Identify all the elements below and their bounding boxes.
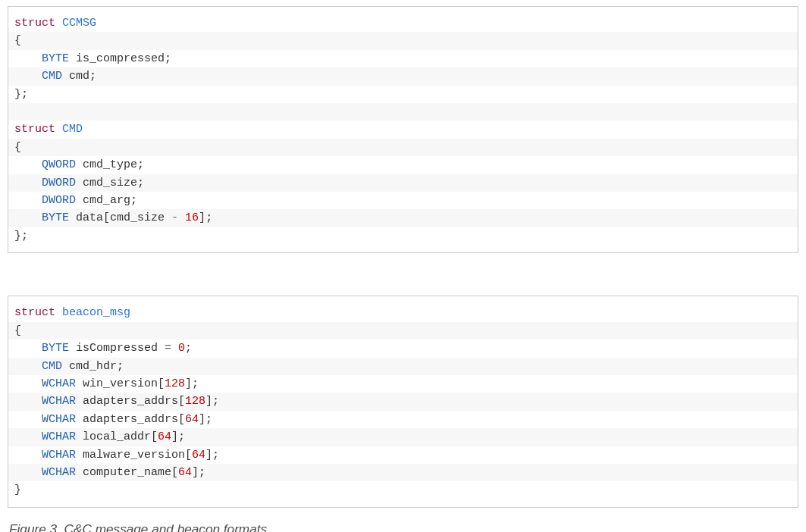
code-token-punct: ; [212, 395, 219, 408]
code-token-name: cmd_type [76, 158, 137, 171]
code-token-kw: struct [14, 17, 55, 30]
code-token-name: is_compressed [69, 52, 165, 65]
code-token-punct: ; [205, 413, 212, 426]
code-token-name: cmd_size [110, 211, 171, 224]
code-token-punct: ] [199, 413, 205, 426]
code-token-punct: ; [199, 466, 205, 479]
code-token-punct: ; [185, 342, 192, 355]
code-line: WCHAR adapters_addrs[128]; [8, 393, 798, 410]
code-line: struct CMD [8, 120, 798, 138]
code-token-type: WCHAR [42, 395, 76, 408]
code-line: BYTE is_compressed; [8, 50, 798, 67]
code-line [8, 103, 798, 120]
code-token-ident: beacon_msg [62, 306, 130, 319]
code-line: QWORD cmd_type; [8, 156, 798, 174]
code-token-name [55, 123, 62, 136]
code-line: WCHAR win_version[128]; [8, 375, 798, 393]
code-token-punct: ; [117, 360, 124, 373]
code-token-type: WCHAR [42, 466, 76, 479]
code-token-punct: ] [199, 211, 205, 224]
code-token-name [14, 105, 21, 118]
code-token-type: BYTE [42, 342, 69, 355]
code-token-op: - [171, 211, 178, 224]
code-line: BYTE isCompressed = 0; [8, 340, 798, 357]
code-token-punct: ; [212, 449, 219, 462]
code-token-type: CMD [42, 70, 62, 83]
code-token-punct: [ [185, 449, 192, 462]
code-line: WCHAR malware_version[64]; [8, 446, 798, 464]
code-token-name: isCompressed [69, 342, 165, 355]
code-token-name [55, 17, 62, 30]
code-token-name [178, 211, 185, 224]
code-token-type: WCHAR [42, 413, 76, 426]
code-line: struct beacon_msg [8, 304, 798, 321]
code-line: WCHAR local_addr[64]; [8, 428, 798, 446]
code-token-name: cmd [62, 70, 89, 83]
code-line: }; [8, 227, 798, 245]
code-token-punct: ; [192, 377, 199, 390]
code-token-num: 16 [185, 211, 199, 224]
code-token-name [55, 306, 62, 319]
code-token-punct: ; [205, 211, 212, 224]
code-line: struct CCMSG [8, 14, 798, 32]
code-token-name: local_addr [76, 430, 151, 443]
code-token-punct: ; [89, 70, 96, 83]
code-token-name: malware_version [76, 449, 185, 462]
code-token-type: BYTE [42, 52, 69, 65]
code-token-punct: ] [205, 449, 212, 462]
code-line: { [8, 139, 798, 156]
blocks-gap [8, 253, 798, 296]
code-line: DWORD cmd_arg; [8, 192, 798, 209]
code-line: DWORD cmd_size; [8, 174, 798, 192]
code-token-type: BYTE [42, 211, 69, 224]
code-token-punct: ] [185, 377, 192, 390]
code-token-kw: struct [14, 123, 55, 136]
code-token-name: data [69, 211, 103, 224]
code-token-name: adapters_addrs [76, 395, 178, 408]
code-token-punct: ] [192, 466, 199, 479]
code-token-num: 128 [165, 377, 185, 390]
code-token-punct: { [14, 324, 21, 337]
code-token-punct: ; [130, 194, 137, 207]
code-token-punct: [ [151, 430, 158, 443]
code-block-ccmsg-cmd: struct CCMSG{BYTE is_compressed;CMD cmd;… [8, 6, 798, 253]
code-line: }; [8, 86, 798, 103]
code-token-punct: [ [178, 413, 185, 426]
code-token-punct: { [14, 141, 21, 154]
code-token-punct: ] [205, 395, 212, 408]
code-token-num: 64 [192, 449, 205, 462]
code-block-beacon-msg: struct beacon_msg{BYTE isCompressed = 0;… [8, 296, 798, 507]
code-line: { [8, 322, 798, 340]
code-token-punct: ; [137, 158, 144, 171]
code-token-name [171, 342, 178, 355]
figure-caption: Figure 3. C&C message and beacon formats [8, 521, 798, 532]
code-token-type: QWORD [42, 158, 76, 171]
code-token-punct: [ [171, 466, 178, 479]
code-token-num: 64 [178, 466, 192, 479]
code-token-type: WCHAR [42, 449, 76, 462]
code-token-type: DWORD [42, 194, 76, 207]
code-token-num: 0 [178, 342, 185, 355]
code-token-name: cmd_size [76, 177, 137, 189]
code-line: CMD cmd_hdr; [8, 358, 798, 375]
code-token-type: WCHAR [42, 377, 76, 390]
code-token-punct: ; [165, 52, 171, 65]
code-token-punct: ; [137, 177, 144, 189]
code-line: WCHAR adapters_addrs[64]; [8, 411, 798, 428]
code-line: } [8, 481, 798, 499]
code-token-ident: CCMSG [62, 17, 96, 30]
code-token-punct: }; [14, 230, 28, 243]
code-line: { [8, 32, 798, 49]
code-token-name: win_version [76, 377, 158, 390]
code-token-punct: ; [178, 430, 185, 443]
code-line: BYTE data[cmd_size - 16]; [8, 209, 798, 227]
code-token-num: 64 [185, 413, 199, 426]
code-token-type: WCHAR [42, 430, 76, 443]
code-token-name: cmd_arg [76, 194, 130, 207]
code-line: CMD cmd; [8, 67, 798, 85]
code-token-type: DWORD [42, 177, 76, 189]
code-token-punct: [ [178, 395, 185, 408]
code-token-kw: struct [14, 306, 55, 319]
code-token-num: 64 [158, 430, 171, 443]
code-token-name: adapters_addrs [76, 413, 178, 426]
